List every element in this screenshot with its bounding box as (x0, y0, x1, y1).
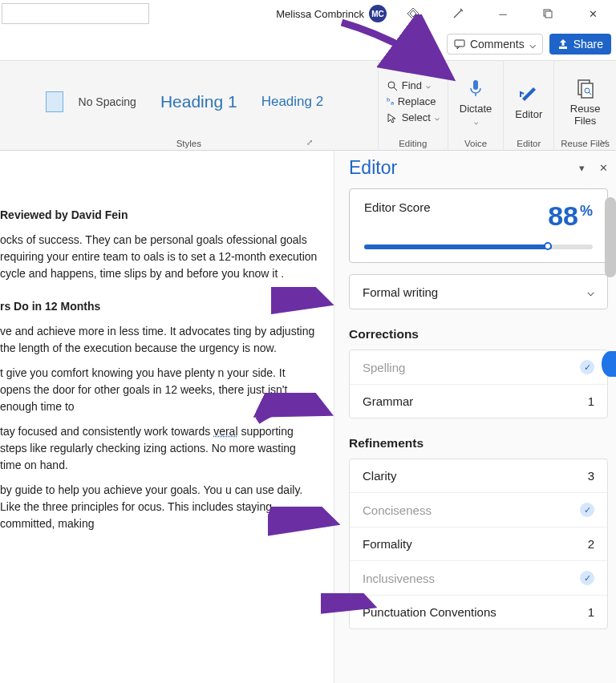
paragraph: ocks of success. They can be personal go… (0, 232, 318, 282)
search-icon (387, 80, 398, 91)
maximize-button[interactable] (529, 1, 566, 26)
check-icon: ✓ (580, 360, 594, 374)
paragraph: ve and achieve more in less time. It adv… (0, 323, 318, 357)
title-bar: Melissa Combrinck MC ─ ✕ (0, 0, 616, 27)
share-button[interactable]: Share (549, 34, 611, 55)
reuse-files-button[interactable]: Reuse Files (565, 75, 606, 128)
chevron-down-icon: ⌵ (426, 81, 431, 90)
editor-pane: Editor ▾ ✕ Editor Score 88% Formal writi… (334, 151, 616, 683)
editing-group: Find ⌵ ᵇₐ Replace Select ⌵ Editing (379, 61, 448, 150)
microphone-icon (464, 77, 487, 99)
paragraph: t give you comfort knowing you have plen… (0, 365, 318, 415)
editor-group: Editor Editor (504, 61, 554, 150)
svg-point-4 (388, 82, 395, 88)
minimize-button[interactable]: ─ (484, 1, 521, 26)
find-label: Find (402, 79, 422, 91)
refinements-list: Clarity 3 Conciseness ✓ Formality 2 Incl… (349, 459, 608, 629)
comments-label: Comments (470, 38, 525, 51)
voice-group: Dictate ⌵ Voice (448, 61, 504, 150)
style-heading2[interactable]: Heading 2 (253, 83, 333, 120)
replace-label: Replace (398, 95, 436, 107)
writing-style-label: Formal writing (363, 285, 438, 299)
svg-rect-7 (582, 83, 593, 98)
editor-button[interactable]: Editor (510, 81, 547, 122)
svg-rect-5 (473, 80, 478, 90)
grammar-count: 1 (588, 394, 594, 408)
check-icon: ✓ (580, 503, 594, 517)
dictate-label: Dictate (460, 103, 492, 115)
score-label: Editor Score (364, 200, 431, 214)
share-label: Share (573, 38, 603, 51)
replace-icon: ᵇₐ (387, 96, 394, 107)
style-no-spacing[interactable]: No Spacing (70, 85, 145, 119)
corrections-heading: Corrections (349, 327, 608, 342)
chevron-down-icon: ⌵ (474, 118, 478, 126)
premium-icon[interactable] (395, 1, 432, 26)
writing-style-selector[interactable]: Formal writing ⌵ (349, 274, 608, 309)
paragraph: by guide to help you achieve your goals.… (0, 482, 318, 532)
style-heading1[interactable]: Heading 1 (152, 82, 246, 122)
collapse-ribbon-icon[interactable]: ⌵ (600, 131, 608, 147)
conciseness-item[interactable]: Conciseness ✓ (350, 493, 607, 527)
scrollbar-thumb[interactable] (605, 197, 616, 277)
pane-options-icon[interactable]: ▾ (579, 162, 585, 174)
score-card[interactable]: Editor Score 88% (349, 188, 608, 263)
reuse-files-icon (574, 77, 597, 99)
subheading: rs Do in 12 Months (0, 298, 318, 315)
inclusiveness-item[interactable]: Inclusiveness ✓ (350, 561, 607, 596)
replace-button[interactable]: ᵇₐ Replace (385, 95, 441, 108)
close-button[interactable]: ✕ (574, 1, 611, 26)
editor-group-label: Editor (517, 137, 541, 148)
score-progress (364, 245, 593, 249)
select-button[interactable]: Select ⌵ (385, 111, 441, 124)
pane-title: Editor (349, 157, 397, 179)
search-box[interactable] (2, 3, 149, 24)
user-name: Melissa Combrinck (276, 8, 364, 20)
styles-group: No Spacing Heading 1 Heading 2 Styles ⤢ (0, 61, 379, 150)
refinements-heading: Refinements (349, 436, 608, 451)
score-value: 88% (548, 200, 593, 232)
editor-pen-icon (517, 83, 540, 105)
formality-item[interactable]: Formality 2 (350, 527, 607, 561)
styles-group-label: Styles (176, 137, 201, 148)
main-area: Reviewed by David Fein ocks of success. … (0, 151, 616, 683)
command-bar: Comments ⌵ Share (0, 27, 616, 61)
select-label: Select (402, 111, 431, 123)
svg-rect-2 (455, 40, 464, 46)
ribbon: No Spacing Heading 1 Heading 2 Styles ⤢ … (0, 61, 616, 151)
corrections-list: Spelling ✓ Grammar 1 (349, 350, 608, 418)
user-avatar: MC (369, 5, 387, 22)
svg-rect-3 (559, 46, 567, 49)
find-button[interactable]: Find ⌵ (385, 79, 441, 92)
paragraph: tay focused and consistently work toward… (0, 423, 318, 474)
spelling-item[interactable]: Spelling ✓ (350, 350, 607, 385)
style-normal[interactable] (46, 91, 63, 112)
editing-group-label: Editing (399, 137, 427, 148)
dictate-button[interactable]: Dictate ⌵ (455, 75, 496, 127)
reuse-label: Reuse Files (570, 103, 601, 127)
styles-launcher-icon[interactable]: ⤢ (306, 138, 313, 147)
grammar-item[interactable]: Grammar 1 (350, 385, 607, 418)
voice-group-label: Voice (464, 137, 487, 148)
editor-label: Editor (515, 108, 542, 120)
document-canvas[interactable]: Reviewed by David Fein ocks of success. … (0, 151, 334, 683)
byline: Reviewed by David Fein (0, 207, 318, 224)
comment-icon (454, 38, 465, 50)
clarity-item[interactable]: Clarity 3 (350, 459, 607, 493)
cursor-icon (387, 112, 398, 123)
svg-rect-1 (545, 11, 552, 18)
comments-button[interactable]: Comments ⌵ (447, 34, 543, 55)
check-icon: ✓ (580, 571, 594, 585)
user-identity[interactable]: Melissa Combrinck MC (276, 5, 387, 22)
punctuation-item[interactable]: Punctuation Conventions 1 (350, 596, 607, 628)
punctuation-count: 1 (588, 605, 594, 619)
chevron-down-icon: ⌵ (529, 38, 536, 51)
formality-count: 2 (588, 537, 594, 551)
sparkle-icon[interactable] (440, 1, 476, 26)
clarity-count: 3 (588, 469, 594, 483)
pane-close-icon[interactable]: ✕ (599, 162, 608, 174)
chevron-down-icon: ⌵ (435, 113, 440, 122)
side-tab[interactable] (602, 351, 616, 377)
chevron-down-icon: ⌵ (587, 285, 594, 299)
share-icon (557, 38, 569, 50)
